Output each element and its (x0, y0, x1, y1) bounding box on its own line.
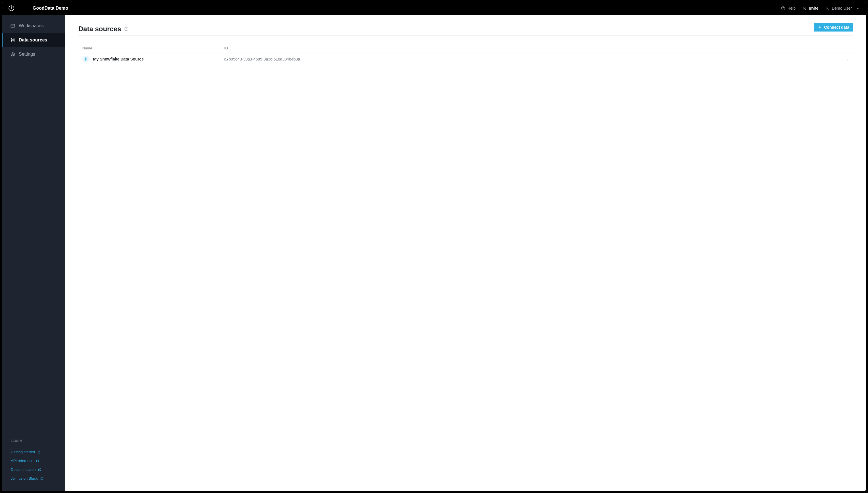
workspaces-icon (10, 23, 15, 28)
help-circle-icon (781, 6, 785, 10)
data-source-name: My Snowflake Data Source (93, 57, 224, 61)
svg-point-3 (783, 9, 783, 9)
help-link[interactable]: Help (781, 6, 796, 10)
plus-icon (818, 25, 822, 29)
svg-point-8 (12, 54, 14, 55)
connect-data-button[interactable]: Connect data (814, 23, 853, 31)
sidebar-item-data-sources[interactable]: Data sources (2, 33, 65, 47)
svg-point-7 (12, 38, 15, 40)
data-source-id: a7b05e43-39a3-4585-8a3c-518a33484b3a (224, 57, 842, 61)
database-icon (10, 38, 15, 43)
external-link-icon (37, 450, 41, 454)
help-label: Help (787, 6, 796, 10)
chevron-down-icon (855, 6, 860, 10)
learn-link-label: Getting started (11, 450, 35, 454)
svg-point-11 (846, 60, 846, 61)
sidebar-item-settings[interactable]: Settings (2, 47, 65, 61)
external-link-icon (40, 477, 43, 480)
vertical-divider (79, 2, 79, 15)
sidebar-item-label: Settings (19, 52, 35, 57)
learn-link-documentation[interactable]: Documentation (11, 465, 56, 474)
column-header-id: ID (224, 46, 853, 50)
gooddata-logo-icon (8, 5, 15, 12)
sidebar-item-label: Data sources (19, 38, 47, 43)
invite-link[interactable]: Invite (802, 6, 818, 10)
user-icon (825, 6, 830, 10)
learn-link-slack[interactable]: Join us on Slack (11, 474, 56, 483)
svg-point-4 (804, 7, 805, 8)
row-actions-button[interactable] (842, 57, 853, 61)
external-link-icon (38, 468, 41, 471)
learn-link-label: Documentation (11, 468, 36, 472)
learn-section: LEARN Getting started API reference Docu… (2, 439, 65, 491)
svg-point-13 (849, 60, 849, 61)
column-header-name: Name (82, 46, 224, 50)
gear-icon (10, 52, 15, 57)
sidebar: Workspaces Data sources Settings (2, 15, 65, 491)
vertical-divider (24, 2, 24, 15)
svg-point-5 (827, 7, 828, 8)
invite-label: Invite (809, 6, 818, 10)
user-label: Demo User (832, 6, 852, 10)
page-title: Data sources (79, 25, 121, 33)
sidebar-item-label: Workspaces (19, 23, 44, 28)
snowflake-icon (82, 56, 89, 63)
svg-rect-6 (11, 24, 15, 27)
more-horizontal-icon (845, 59, 850, 61)
divider-line (25, 441, 56, 441)
help-circle-icon (124, 27, 129, 31)
svg-point-12 (847, 60, 848, 61)
svg-point-1 (11, 8, 12, 9)
sidebar-item-workspaces[interactable]: Workspaces (2, 19, 65, 33)
page-help-button[interactable] (124, 27, 129, 31)
product-name: GoodData Demo (28, 2, 68, 15)
external-link-icon (36, 459, 39, 463)
learn-link-getting-started[interactable]: Getting started (11, 448, 56, 456)
learn-link-api-reference[interactable]: API reference (11, 456, 56, 465)
table-row[interactable]: My Snowflake Data Source a7b05e43-39a3-4… (79, 53, 853, 65)
table-header: Name ID (79, 36, 853, 53)
connect-data-label: Connect data (824, 25, 849, 29)
learn-heading: LEARN (11, 439, 22, 443)
main-content: Data sources Connect data (65, 15, 866, 491)
user-menu[interactable]: Demo User (825, 6, 860, 10)
top-bar: GoodData Demo Help Invite (2, 2, 866, 15)
invite-user-icon (802, 6, 807, 10)
learn-link-label: Join us on Slack (11, 476, 38, 480)
learn-link-label: API reference (11, 459, 34, 463)
svg-point-10 (126, 29, 126, 30)
